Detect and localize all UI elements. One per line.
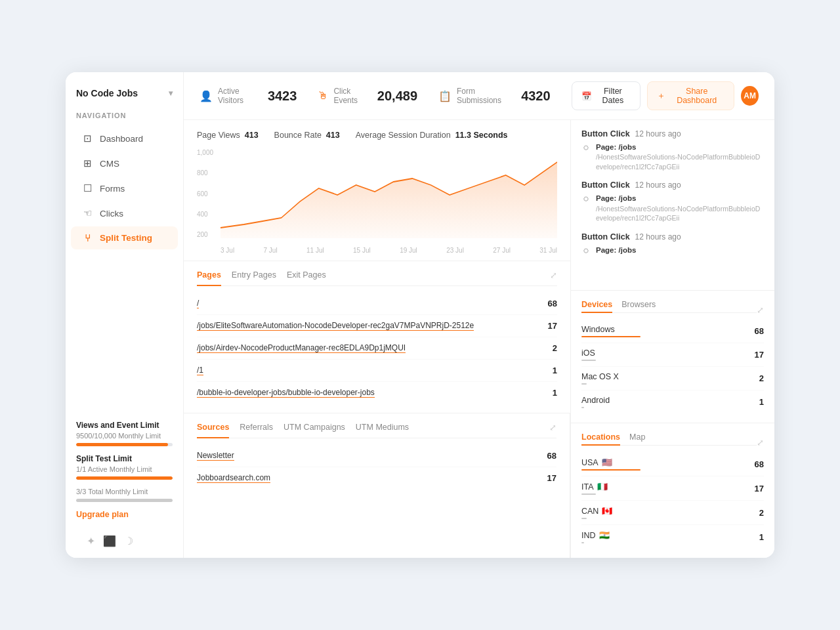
tab-referrals[interactable]: Referrals <box>240 423 273 438</box>
chart-x-labels: 3 Jul 7 Jul 11 Jul 15 Jul 19 Jul 23 Jul … <box>220 247 557 254</box>
split-active-progress-bg <box>76 476 173 480</box>
share-dashboard-button[interactable]: ＋ Share Dashboard <box>647 81 734 110</box>
active-visitors-stat: 👤 Active Visitors 3423 <box>200 87 297 105</box>
sidebar-item-label: CMS <box>100 159 119 169</box>
event-item: Button Click 12 hours ago ⭘ Page: /jobs … <box>581 129 764 171</box>
expand-devices-icon[interactable]: ⤢ <box>757 305 764 315</box>
workspace-name: No Code Jobs <box>76 88 138 98</box>
event-page-icon: ⭘ <box>581 194 591 204</box>
sidebar-limits: Views and Event Limit 9500/10,000 Monthl… <box>66 410 183 547</box>
chart-y-labels: 1,000 800 600 400 200 <box>197 149 220 238</box>
chart-svg <box>220 149 557 238</box>
calendar-icon: 📅 <box>581 91 592 101</box>
devices-tabs: Devices Browsers <box>581 300 757 313</box>
plus-icon: ＋ <box>657 91 665 102</box>
pages-panel: Pages Entry Pages Exit Pages ⤢ / 68 /job… <box>184 261 570 413</box>
sidebar-item-label: Split Testing <box>100 233 152 243</box>
settings-icon[interactable]: ✦ <box>87 535 95 547</box>
devices-panel: Devices Browsers ⤢ Windows 68 <box>571 291 774 423</box>
tab-map[interactable]: Map <box>629 432 645 446</box>
workspace-selector[interactable]: No Code Jobs ▾ <box>66 88 183 112</box>
chart-panel: Page Views 413 Bounce Rate 413 Average S… <box>184 120 570 261</box>
split-active-progress-fill <box>76 476 173 480</box>
sidebar-item-cms[interactable]: ⊞ CMS <box>71 152 178 175</box>
event-item: Button Click 12 hours ago ⭘ Page: /jobs … <box>581 180 764 222</box>
sidebar-item-forms[interactable]: ☐ Forms <box>71 177 178 200</box>
event-page-icon: ⭘ <box>581 142 591 153</box>
sidebar-item-label: Clicks <box>100 209 123 219</box>
event-type: Button Click <box>581 129 630 138</box>
tab-exit-pages[interactable]: Exit Pages <box>287 270 326 286</box>
views-limit-sub: 9500/10,000 Monthly Limit <box>76 432 173 440</box>
click-events-stat: 🖱 Click Events 20,489 <box>318 87 417 105</box>
sidebar-footer: ✦ ⬛ ☽ <box>76 530 173 547</box>
toggle-icon[interactable]: ⬛ <box>103 535 116 547</box>
table-row: /jobs/Airdev-NocodeProductManager-rec8ED… <box>197 337 557 360</box>
content-right: Button Click 12 hours ago ⭘ Page: /jobs … <box>571 120 774 558</box>
form-submissions-icon: 📋 <box>438 90 452 102</box>
event-type: Button Click <box>581 180 630 190</box>
filter-dates-button[interactable]: 📅 Filter Dates <box>572 81 641 110</box>
table-row: iOS 17 <box>581 343 764 367</box>
table-row: ITA🇮🇹 17 <box>581 476 764 501</box>
tab-locations[interactable]: Locations <box>581 432 620 446</box>
event-type: Button Click <box>581 232 630 242</box>
table-row: / 68 <box>197 293 557 315</box>
sidebar-item-split-testing[interactable]: ⑂ Split Testing <box>71 226 178 249</box>
table-row: USA🇺🇸 68 <box>581 452 764 476</box>
expand-locations-icon[interactable]: ⤢ <box>757 438 764 448</box>
click-events-label: Click Events <box>333 87 368 105</box>
active-visitors-value: 3423 <box>268 89 297 104</box>
content-left: Page Views 413 Bounce Rate 413 Average S… <box>184 120 571 558</box>
active-visitors-label: Active Visitors <box>218 87 259 105</box>
views-limit-label: Views and Event Limit <box>76 421 173 430</box>
sidebar-item-dashboard[interactable]: ⊡ Dashboard <box>71 127 178 150</box>
table-row: /bubble-io-developer-jobs/bubble-io-deve… <box>197 382 557 404</box>
split-testing-icon: ⑂ <box>81 232 93 243</box>
theme-icon[interactable]: ☽ <box>124 535 133 547</box>
table-row: IND🇮🇳 1 <box>581 525 764 549</box>
sidebar-item-clicks[interactable]: ☜ Clicks <box>71 201 178 225</box>
tab-pages[interactable]: Pages <box>197 270 221 286</box>
sources-tabs: Sources Referrals UTM Campaigns UTM Medi… <box>197 423 556 438</box>
event-page-icon: ⭘ <box>581 245 591 256</box>
locations-panel: Locations Map ⤢ USA🇺🇸 68 <box>571 423 774 558</box>
table-row: Mac OS X 2 <box>581 367 764 390</box>
chart-area: 1,000 800 600 400 200 <box>197 149 557 254</box>
events-panel: Button Click 12 hours ago ⭘ Page: /jobs … <box>571 120 774 291</box>
expand-sources-icon[interactable]: ⤢ <box>549 423 556 432</box>
forms-icon: ☐ <box>81 182 93 194</box>
split-total-progress-fill <box>76 499 173 502</box>
table-row: Windows 68 <box>581 320 764 343</box>
pages-table-body: / 68 /jobs/EliteSoftwareAutomation-Nocod… <box>197 293 557 404</box>
tab-utm-mediums[interactable]: UTM Mediums <box>356 423 409 438</box>
split-limit-label: Split Test Limit <box>76 454 173 463</box>
split-total-progress-bg <box>76 499 173 502</box>
tab-browsers[interactable]: Browsers <box>621 300 656 313</box>
event-time: 12 hours ago <box>635 232 681 242</box>
cms-icon: ⊞ <box>81 158 93 169</box>
expand-pages-icon[interactable]: ⤢ <box>550 270 557 280</box>
click-events-icon: 🖱 <box>318 90 328 102</box>
event-time: 12 hours ago <box>635 180 681 190</box>
clicks-icon: ☜ <box>81 207 93 219</box>
avatar: AM <box>741 86 759 106</box>
topbar: 👤 Active Visitors 3423 🖱 Click Events 20… <box>184 72 774 120</box>
chart-stats: Page Views 413 Bounce Rate 413 Average S… <box>197 131 557 140</box>
avg-session-stat: Average Session Duration 11.3 Seconds <box>356 131 508 140</box>
tab-sources[interactable]: Sources <box>197 423 229 438</box>
views-progress-fill <box>76 443 168 446</box>
sidebar-item-label: Forms <box>100 184 125 194</box>
tab-devices[interactable]: Devices <box>581 300 612 313</box>
form-submissions-label: Form Submissions <box>457 87 512 105</box>
tab-utm-campaigns[interactable]: UTM Campaigns <box>284 423 345 438</box>
table-row: Jobboardsearch.com 17 <box>197 467 556 489</box>
pages-tabs: Pages Entry Pages Exit Pages ⤢ <box>197 270 557 286</box>
tab-entry-pages[interactable]: Entry Pages <box>232 270 276 286</box>
main-content: 👤 Active Visitors 3423 🖱 Click Events 20… <box>184 72 774 558</box>
page-views-stat: Page Views 413 <box>197 131 259 140</box>
event-time: 12 hours ago <box>635 129 681 138</box>
table-row: Newsletter 68 <box>197 445 556 467</box>
upgrade-link[interactable]: Upgrade plan <box>76 510 173 519</box>
split-total-sub: 3/3 Total Monthly Limit <box>76 488 173 495</box>
